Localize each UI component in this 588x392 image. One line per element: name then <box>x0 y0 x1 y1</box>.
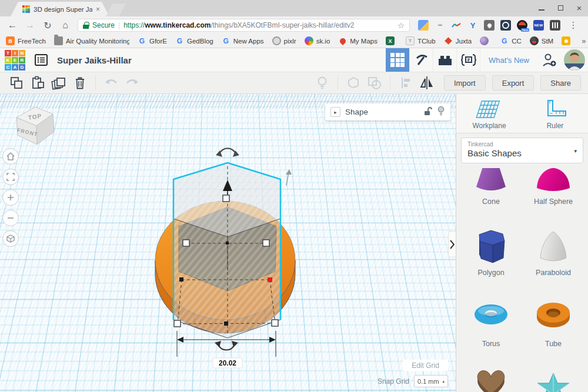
tab-close-icon[interactable]: × <box>96 5 100 14</box>
extension-icon-new[interactable]: NEW <box>533 20 544 31</box>
edit-toolbar: Import Export Share <box>0 72 588 94</box>
codeblocks-button[interactable] <box>456 48 480 72</box>
ruler-tool[interactable]: Ruler <box>522 94 588 133</box>
extension-icon-y[interactable]: Y <box>467 20 478 31</box>
bookmark-item[interactable]: sk.io <box>305 36 330 45</box>
undo-button[interactable] <box>101 74 122 92</box>
shape-torus[interactable]: Torus <box>462 293 520 349</box>
visibility-bulb-icon[interactable] <box>437 106 445 118</box>
bookmark-item[interactable]: My Maps <box>338 36 377 45</box>
bookmark-item[interactable]: pixlr <box>272 36 296 45</box>
extension-icon-rainbow[interactable] <box>451 20 462 31</box>
bookmark-star-icon[interactable]: ☆ <box>397 21 405 30</box>
perspective-toggle-button[interactable] <box>2 230 19 247</box>
shape-library-dropdown[interactable]: Tinkercad Basic Shapes ▾ <box>461 138 583 163</box>
bookmark-item[interactable]: GGedBlog <box>175 36 213 45</box>
home-icon[interactable]: ⌂ <box>58 18 73 33</box>
invite-button[interactable] <box>537 48 561 72</box>
tinkercad-logo[interactable]: TIN KER CAD <box>5 50 25 71</box>
bookmark-item[interactable]: Juxta <box>444 36 472 45</box>
redo-button[interactable] <box>122 74 143 92</box>
close-icon[interactable]: × <box>574 4 584 12</box>
view-controls <box>2 148 19 247</box>
half-sphere-icon <box>536 168 571 194</box>
bricks-button[interactable] <box>433 48 456 72</box>
extension-icon-film[interactable] <box>550 20 560 31</box>
secure-label: Secure <box>92 21 115 29</box>
extension-icon-gauge[interactable] <box>517 20 527 31</box>
address-bar[interactable]: Secure | https://www.tinkercad.com/thing… <box>78 19 410 32</box>
duplicate-button[interactable] <box>48 74 69 92</box>
browser-menu-icon[interactable]: ⋮ <box>567 20 579 31</box>
panel-collapse-handle[interactable] <box>448 231 456 257</box>
extension-icon-pin[interactable] <box>484 20 495 31</box>
shape-polygon[interactable]: Polygon <box>462 222 520 277</box>
import-button[interactable]: Import <box>444 75 486 91</box>
lock-toggle-icon[interactable] <box>423 106 432 118</box>
bookmark-item[interactable]: StM <box>530 36 553 45</box>
align-button[interactable] <box>395 74 416 92</box>
delete-button[interactable] <box>69 74 91 92</box>
back-icon[interactable]: ← <box>5 18 20 33</box>
minecraft-pickaxe-button[interactable] <box>409 48 433 72</box>
fit-view-button[interactable] <box>2 169 19 185</box>
shape-paraboloid[interactable]: Paraboloid <box>524 222 582 277</box>
extension-icon-stack[interactable] <box>418 20 429 31</box>
extension-icon-dots[interactable] <box>435 20 445 31</box>
extension-icon-camera[interactable] <box>500 20 511 31</box>
design-properties-icon[interactable] <box>32 52 50 68</box>
bookmark-item[interactable]: GGforE <box>138 36 167 45</box>
duplicate-icon <box>51 76 66 90</box>
design-canvas[interactable]: 20.02 <box>0 94 456 392</box>
shape-tube[interactable]: Tube <box>524 293 582 349</box>
forward-icon[interactable]: → <box>22 18 38 33</box>
browser-tab[interactable]: 3D design Super Jaiks-H × <box>11 2 109 16</box>
bookmark-item[interactable]: GCC <box>500 36 522 45</box>
restore-icon[interactable] <box>555 4 566 12</box>
light-toggle-button[interactable] <box>312 74 333 92</box>
tinkercad-header: TIN KER CAD Super Jaiks-Hillar What's Ne… <box>0 48 588 72</box>
export-button[interactable]: Export <box>492 75 534 91</box>
group-shapes-button[interactable] <box>364 74 385 92</box>
bookmark-folder[interactable]: Air Quality Monitoring <box>54 36 129 45</box>
rotate-handle-top[interactable] <box>216 148 239 157</box>
new-tab-button[interactable] <box>106 4 126 16</box>
copy-button[interactable] <box>6 74 27 92</box>
bookmark-item[interactable] <box>562 36 573 45</box>
rotate-handle-bottom[interactable] <box>215 341 238 350</box>
cube-icon <box>6 234 15 243</box>
bookmark-item[interactable]: X <box>386 36 397 45</box>
shape-half-sphere[interactable]: Half Sphere <box>524 168 582 206</box>
edit-grid-button[interactable]: Edit Grid <box>403 360 448 371</box>
torus-icon <box>473 301 509 328</box>
bookmark-item[interactable]: BFreeTech <box>6 36 46 45</box>
shape-heart[interactable] <box>462 364 520 392</box>
home-view-button[interactable] <box>2 148 19 165</box>
user-avatar[interactable] <box>561 48 588 72</box>
excel-icon: X <box>386 36 395 45</box>
bookmark-item[interactable]: TTClub <box>406 36 436 45</box>
whats-new-link[interactable]: What's New <box>480 48 537 72</box>
bookmarks-overflow-icon[interactable]: » <box>582 36 586 45</box>
zoom-out-button[interactable] <box>2 210 19 226</box>
mirror-button[interactable] <box>416 74 437 92</box>
snap-grid-select[interactable]: 0.1 mm ▴ <box>414 375 448 387</box>
inspector-expander[interactable]: ▸ <box>330 107 340 117</box>
minimize-icon[interactable] <box>536 4 547 12</box>
design-title[interactable]: Super Jaiks-Hillar <box>57 55 386 65</box>
shape-star[interactable] <box>524 364 582 392</box>
tab-title: 3D design Super Jaiks-H <box>34 6 92 13</box>
codeblocks-icon <box>460 53 477 67</box>
bookmark-item[interactable]: GNew Apps <box>222 36 264 45</box>
paste-button[interactable] <box>27 74 48 92</box>
scene-3d[interactable]: 20.02 <box>0 94 456 392</box>
dashboard-grid-button[interactable] <box>386 48 409 72</box>
bookmark-item[interactable] <box>480 36 492 45</box>
refresh-icon[interactable]: ↻ <box>40 18 55 33</box>
hole-shape-button[interactable] <box>343 74 364 92</box>
shape-cone[interactable]: Cone <box>462 168 520 206</box>
workplane-tool[interactable]: Workplane <box>456 94 522 133</box>
zoom-in-button[interactable] <box>2 189 19 206</box>
view-cube[interactable]: TOP FRONT <box>9 101 59 153</box>
share-button[interactable]: Share <box>540 75 581 91</box>
